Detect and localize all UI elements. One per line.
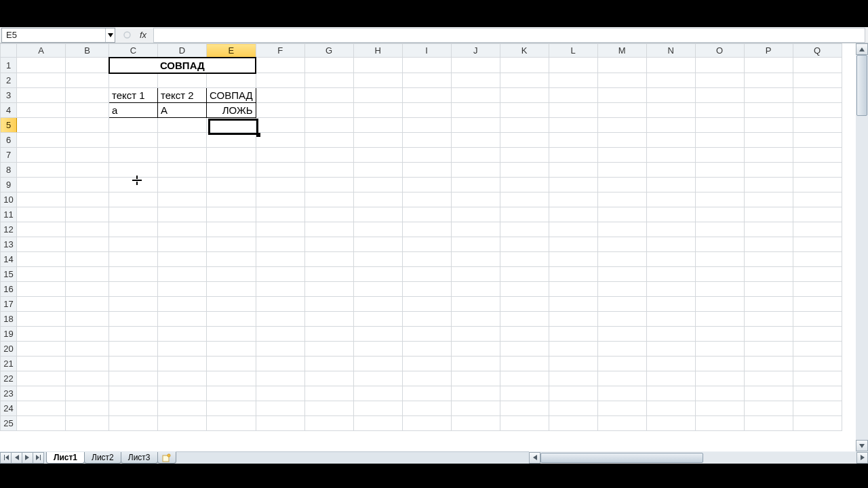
cell[interactable] bbox=[451, 58, 500, 73]
cell[interactable] bbox=[597, 222, 646, 237]
cell[interactable] bbox=[353, 58, 402, 73]
cell[interactable] bbox=[646, 178, 695, 192]
cell[interactable] bbox=[17, 207, 66, 222]
cell[interactable] bbox=[451, 312, 500, 327]
cell[interactable] bbox=[500, 222, 549, 237]
cell[interactable] bbox=[500, 267, 549, 282]
cell[interactable] bbox=[549, 342, 597, 357]
cell[interactable] bbox=[646, 327, 695, 342]
cell[interactable] bbox=[402, 282, 451, 297]
row-header[interactable]: 5 bbox=[1, 118, 17, 133]
cell[interactable] bbox=[500, 58, 549, 73]
cell[interactable] bbox=[158, 386, 207, 401]
cell[interactable] bbox=[402, 416, 451, 431]
cell[interactable] bbox=[500, 133, 549, 148]
cell[interactable] bbox=[66, 282, 109, 297]
cell[interactable] bbox=[66, 133, 109, 148]
cell[interactable] bbox=[304, 267, 353, 282]
row-header[interactable]: 7 bbox=[1, 148, 17, 163]
cell[interactable] bbox=[207, 327, 256, 342]
cell[interactable] bbox=[549, 267, 597, 282]
cell[interactable] bbox=[158, 222, 207, 237]
cell[interactable] bbox=[451, 297, 500, 312]
cell[interactable] bbox=[744, 401, 793, 416]
cell[interactable] bbox=[158, 297, 207, 312]
cell[interactable] bbox=[793, 327, 842, 342]
cell[interactable] bbox=[744, 282, 793, 297]
cell[interactable] bbox=[256, 401, 304, 416]
row-header[interactable]: 20 bbox=[1, 342, 17, 357]
row-header[interactable]: 24 bbox=[1, 401, 17, 416]
cell[interactable] bbox=[353, 192, 402, 207]
cell[interactable] bbox=[549, 58, 597, 73]
cell[interactable] bbox=[66, 118, 109, 133]
cell[interactable] bbox=[158, 73, 207, 88]
cell[interactable] bbox=[402, 178, 451, 192]
cell[interactable] bbox=[402, 148, 451, 163]
vertical-scroll-thumb[interactable] bbox=[856, 55, 867, 116]
cell[interactable] bbox=[256, 386, 304, 401]
merged-title-cell[interactable]: СОВПАД bbox=[109, 58, 256, 73]
cell[interactable] bbox=[17, 252, 66, 267]
cell[interactable] bbox=[549, 312, 597, 327]
row-header[interactable]: 1 bbox=[1, 58, 17, 73]
row-header[interactable]: 16 bbox=[1, 282, 17, 297]
cell[interactable] bbox=[66, 297, 109, 312]
cell[interactable] bbox=[695, 73, 744, 88]
cell[interactable] bbox=[695, 163, 744, 178]
cell[interactable] bbox=[353, 416, 402, 431]
cell[interactable] bbox=[597, 252, 646, 267]
cell[interactable] bbox=[646, 297, 695, 312]
cell[interactable] bbox=[500, 207, 549, 222]
cell[interactable] bbox=[549, 192, 597, 207]
cell[interactable] bbox=[500, 371, 549, 386]
cell[interactable] bbox=[17, 237, 66, 252]
cell[interactable] bbox=[744, 178, 793, 192]
select-all-corner[interactable] bbox=[1, 44, 17, 58]
cell[interactable] bbox=[500, 118, 549, 133]
cell[interactable] bbox=[109, 327, 158, 342]
cell[interactable] bbox=[353, 267, 402, 282]
cell[interactable] bbox=[500, 88, 549, 103]
cell[interactable] bbox=[646, 267, 695, 282]
column-header[interactable]: P bbox=[744, 44, 793, 58]
cell[interactable] bbox=[451, 371, 500, 386]
cell[interactable] bbox=[402, 133, 451, 148]
row-header[interactable]: 13 bbox=[1, 237, 17, 252]
cell[interactable] bbox=[256, 192, 304, 207]
row-header[interactable]: 10 bbox=[1, 192, 17, 207]
cell[interactable] bbox=[744, 297, 793, 312]
cell[interactable] bbox=[695, 327, 744, 342]
cell[interactable] bbox=[158, 133, 207, 148]
cell[interactable] bbox=[646, 192, 695, 207]
vertical-scroll-track[interactable] bbox=[856, 55, 868, 440]
scroll-right-button[interactable] bbox=[856, 452, 868, 464]
cell[interactable] bbox=[158, 282, 207, 297]
name-box-dropdown[interactable] bbox=[105, 28, 115, 42]
row-header[interactable]: 23 bbox=[1, 386, 17, 401]
cell[interactable] bbox=[549, 222, 597, 237]
cell[interactable] bbox=[207, 371, 256, 386]
cell[interactable] bbox=[646, 252, 695, 267]
cell[interactable] bbox=[17, 103, 66, 118]
cell[interactable] bbox=[695, 178, 744, 192]
cell[interactable] bbox=[793, 192, 842, 207]
cell[interactable] bbox=[17, 73, 66, 88]
cell[interactable] bbox=[158, 401, 207, 416]
cell[interactable] bbox=[597, 401, 646, 416]
cell[interactable] bbox=[353, 163, 402, 178]
cell[interactable] bbox=[66, 222, 109, 237]
cell[interactable] bbox=[304, 163, 353, 178]
cell[interactable] bbox=[500, 416, 549, 431]
row-header[interactable]: 11 bbox=[1, 207, 17, 222]
cell[interactable] bbox=[597, 58, 646, 73]
cell[interactable] bbox=[158, 118, 207, 133]
cell[interactable] bbox=[207, 357, 256, 371]
cell[interactable] bbox=[646, 103, 695, 118]
cell[interactable] bbox=[304, 192, 353, 207]
cell[interactable] bbox=[207, 207, 256, 222]
cell[interactable] bbox=[256, 297, 304, 312]
cell[interactable] bbox=[695, 342, 744, 357]
cell[interactable] bbox=[695, 282, 744, 297]
row-header[interactable]: 6 bbox=[1, 133, 17, 148]
